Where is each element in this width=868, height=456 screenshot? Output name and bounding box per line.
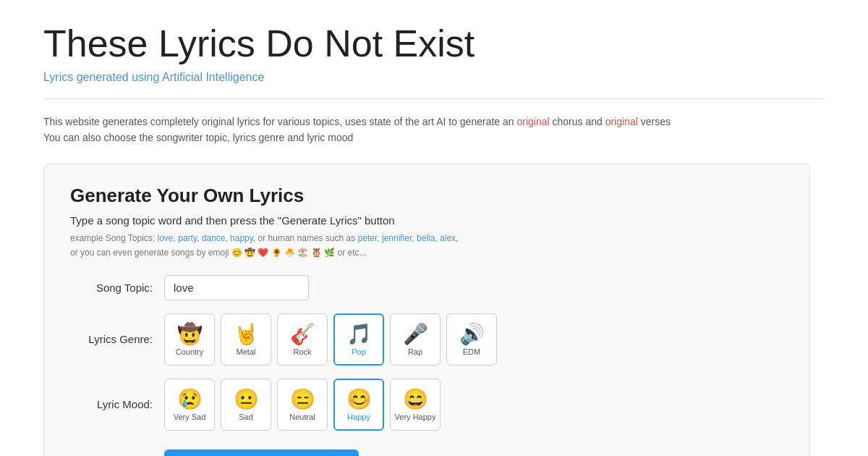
mood-options: 😢 Very Sad 😐 Sad 😑 Neutral 😊 Happy 😄 Ver… [164,379,441,431]
genre-options: 🤠 Country 🤘 Metal 🎸 Rock 🎵 Pop 🎤 Rap 🔊 [164,313,497,366]
country-icon: 🤠 [177,324,203,345]
song-topic-label: Song Topic: [70,282,164,294]
mood-sad[interactable]: 😐 Sad [221,379,271,431]
pop-label: Pop [352,347,366,356]
neutral-icon: 😑 [290,389,315,410]
genre-edm[interactable]: 🔊 EDM [446,313,497,366]
very-sad-label: Very Sad [174,413,206,421]
happy-icon: 😊 [346,389,372,410]
mood-happy[interactable]: 😊 Happy [333,379,384,431]
lyric-mood-row: Lyric Mood: 😢 Very Sad 😐 Sad 😑 Neutral 😊… [70,379,783,431]
genre-metal[interactable]: 🤘 Metal [221,313,271,366]
main-card: Generate Your Own Lyrics Type a song top… [43,164,810,456]
very-happy-icon: 😄 [403,389,428,410]
example-peter[interactable]: peter [358,233,378,243]
mood-very-happy[interactable]: 😄 Very Happy [390,379,441,431]
happy-label: Happy [347,413,370,421]
lyric-mood-label: Lyric Mood: [70,398,164,410]
example-dance[interactable]: dance [202,233,226,243]
genre-rock[interactable]: 🎸 Rock [277,313,328,366]
site-title: These Lyrics Do Not Exist [43,22,825,65]
description: This website generates completely origin… [43,114,825,146]
genre-country[interactable]: 🤠 Country [164,313,215,366]
example-alex[interactable]: alex [440,233,456,243]
rap-label: Rap [408,347,422,356]
example-party[interactable]: party [178,233,197,243]
rock-icon: 🎸 [290,324,315,345]
site-subtitle: Lyrics generated using Artificial Intell… [43,71,825,84]
example-jennifier[interactable]: jennifier [382,233,412,243]
mood-neutral[interactable]: 😑 Neutral [277,379,328,431]
header-divider [43,98,825,99]
song-topic-input[interactable] [164,275,309,300]
edm-label: EDM [463,347,480,356]
song-topic-row: Song Topic: [70,275,783,300]
mood-very-sad[interactable]: 😢 Very Sad [164,379,215,431]
very-happy-label: Very Happy [395,413,436,421]
sad-label: Sad [239,413,253,421]
edm-icon: 🔊 [459,324,485,345]
example-bella[interactable]: bella [417,233,435,243]
lyrics-genre-label: Lyrics Genre: [70,333,164,345]
generate-button[interactable]: Generate My Lyrics [164,449,359,456]
lyrics-genre-row: Lyrics Genre: 🤠 Country 🤘 Metal 🎸 Rock 🎵… [70,313,783,366]
neutral-label: Neutral [289,413,315,421]
metal-icon: 🤘 [234,324,259,345]
very-sad-icon: 😢 [177,389,203,410]
pop-icon: 🎵 [346,324,372,345]
card-subtitle: Type a song topic word and then press th… [70,214,783,227]
sad-icon: 😐 [234,389,259,410]
rock-label: Rock [293,347,311,356]
example-love[interactable]: love [158,233,174,243]
examples-text: example Song Topics: love, party, dance,… [70,231,783,261]
example-happy[interactable]: happy [230,233,253,243]
rap-icon: 🎤 [403,324,428,345]
country-label: Country [176,347,204,356]
genre-rap[interactable]: 🎤 Rap [390,313,441,366]
genre-pop[interactable]: 🎵 Pop [333,313,384,366]
metal-label: Metal [237,347,256,356]
card-title: Generate Your Own Lyrics [70,185,783,207]
